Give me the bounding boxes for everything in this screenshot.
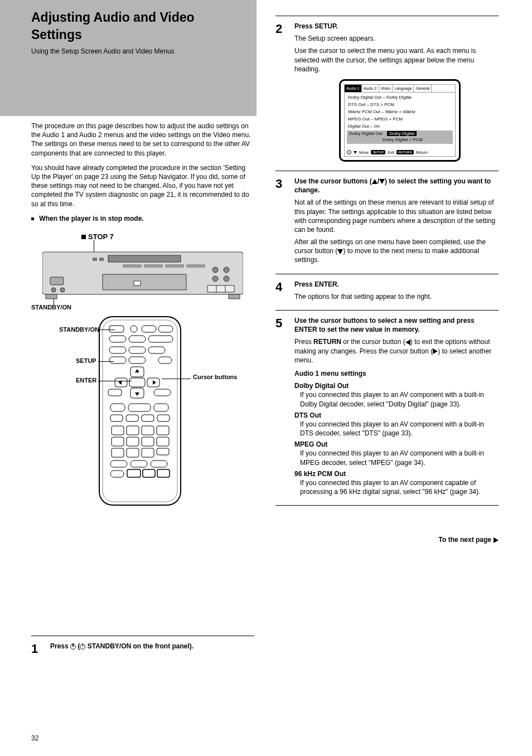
- stop-icon: [81, 235, 86, 239]
- svg-rect-1: [50, 277, 64, 285]
- step-5-p2: Press RETURN or the cursor button () to …: [294, 337, 499, 365]
- step-3-p3: After all the settings on one menu have …: [294, 238, 499, 265]
- osd-row: Digital Out – On: [348, 124, 452, 130]
- down-icon: [337, 249, 343, 254]
- left-icon: [405, 340, 410, 345]
- osd-row: MPEG Out – MPEG > PCM: [348, 117, 452, 123]
- osd-tab: Audio 2: [362, 85, 379, 92]
- osd-footer: i Move SETUP Exit RETURN Return: [347, 150, 453, 155]
- svg-rect-17: [99, 258, 104, 261]
- svg-rect-65: [142, 448, 154, 457]
- stop-button-label: STOP 7: [81, 232, 114, 242]
- remote-cursor-label: Cursor buttons: [193, 374, 249, 380]
- step-number: 4: [275, 279, 282, 295]
- svg-rect-50: [154, 404, 168, 411]
- section-header: Adjusting Audio and Video Settings Using…: [0, 0, 257, 116]
- step-number: 5: [275, 315, 282, 332]
- svg-rect-56: [127, 426, 139, 435]
- left-column: The procedure on this page describes how…: [31, 122, 254, 516]
- svg-rect-48: [110, 404, 125, 411]
- leader-line: [98, 381, 132, 381]
- step-number: 3: [275, 176, 282, 192]
- osd-row: DTS Out – DTS > PCM: [348, 102, 452, 108]
- right-column: 2 Press SETUP. The Setup screen appears.…: [275, 16, 499, 506]
- leader-line: [98, 329, 115, 330]
- svg-point-2: [51, 288, 56, 292]
- step-4: 4 Press ENTER. The options for that sett…: [275, 274, 499, 301]
- svg-point-9: [212, 276, 218, 282]
- svg-rect-63: [112, 448, 124, 457]
- osd-screen: Audio 1 Audio 2 Video Language General D…: [339, 79, 461, 162]
- svg-rect-52: [126, 415, 138, 421]
- svg-rect-67: [110, 461, 127, 467]
- osd-tab: Audio 1: [345, 85, 362, 92]
- remote-enter-label: ENTER: [76, 377, 96, 384]
- step-3: 3 Use the cursor buttons (/) to select t…: [275, 171, 499, 265]
- leader-line: [162, 379, 191, 379]
- step-2: 2 Press SETUP. The Setup screen appears.…: [275, 16, 499, 162]
- svg-rect-30: [148, 336, 173, 342]
- osd-tab: Language: [393, 85, 414, 92]
- intro-paragraph-2: You should have already completed the pr…: [31, 163, 254, 209]
- step-3-p2: Not all of the settings on these menus a…: [294, 198, 499, 234]
- step-number: 2: [275, 21, 282, 37]
- svg-rect-6: [134, 281, 141, 285]
- remote-illustration: [98, 316, 182, 511]
- svg-rect-18: [123, 264, 142, 268]
- step-number: 1: [31, 641, 38, 657]
- svg-rect-64: [127, 448, 139, 457]
- rule: [275, 505, 499, 506]
- svg-point-10: [224, 276, 229, 282]
- svg-rect-66: [157, 448, 169, 455]
- svg-rect-5: [103, 274, 186, 290]
- right-arrow-icon: [494, 537, 499, 543]
- osd-row: Dolby Digital Out – Dolby Digital: [348, 95, 412, 100]
- svg-rect-53: [142, 415, 154, 421]
- svg-rect-60: [127, 437, 139, 446]
- leader-line: [98, 361, 114, 362]
- step-4-lead: Press ENTER.: [294, 280, 339, 288]
- step-5-lead: Use the cursor buttons to select a new s…: [294, 317, 475, 333]
- osd-tab: General: [414, 85, 432, 92]
- svg-rect-55: [112, 426, 124, 435]
- step-3-lead: Use the cursor buttons (/) to select the…: [294, 177, 499, 195]
- svg-rect-14: [46, 294, 57, 299]
- standby-on-label: STANDBY/ON: [31, 304, 69, 311]
- osd-row: 96kHz PCM Out – 96kHz > 48kHz: [348, 109, 452, 115]
- page-subtitle: Using the Setup Screen Audio and Video M…: [31, 47, 245, 56]
- svg-rect-35: [129, 357, 146, 364]
- svg-point-25: [130, 326, 137, 332]
- svg-rect-54: [157, 415, 170, 421]
- to-next-page: To the next page: [275, 535, 499, 544]
- svg-rect-68: [130, 461, 147, 467]
- step-1-text: Press ( STANDBY/ON on the front panel).: [50, 642, 194, 650]
- svg-rect-62: [157, 437, 169, 446]
- page-number: 32: [31, 734, 38, 743]
- device-diagrams: STOP 7 STA: [31, 232, 254, 516]
- step-2-lead: Press SETUP.: [294, 22, 338, 30]
- setting-item: 96 kHz PCM Out If you connected this pla…: [294, 469, 499, 497]
- svg-rect-36: [158, 357, 172, 364]
- down-icon: [379, 179, 385, 184]
- bullet-icon: [31, 217, 34, 220]
- step-2-text: The Setup screen appears.: [294, 34, 499, 43]
- setting-item: MPEG Out If you connected this player to…: [294, 440, 499, 467]
- svg-rect-16: [93, 258, 97, 261]
- svg-rect-26: [142, 326, 156, 332]
- svg-point-3: [60, 288, 65, 292]
- remote-standby-on-label: STANDBY/ON: [59, 327, 99, 333]
- svg-rect-15: [229, 294, 240, 299]
- svg-rect-33: [148, 347, 165, 353]
- down-icon: [354, 151, 357, 154]
- return-pill: RETURN: [396, 150, 414, 154]
- when-stopped-note: When the player is in stop mode.: [31, 214, 254, 223]
- step-5: 5 Use the cursor buttons to select a new…: [275, 310, 499, 496]
- setup-pill: SETUP: [371, 150, 385, 154]
- svg-rect-69: [151, 461, 167, 467]
- step-2-note: Use the cursor to select the menu you wa…: [294, 46, 499, 74]
- svg-rect-51: [110, 415, 123, 421]
- svg-rect-41: [129, 378, 145, 387]
- svg-rect-47: [154, 389, 171, 396]
- svg-rect-57: [142, 426, 154, 435]
- svg-rect-72: [143, 469, 155, 477]
